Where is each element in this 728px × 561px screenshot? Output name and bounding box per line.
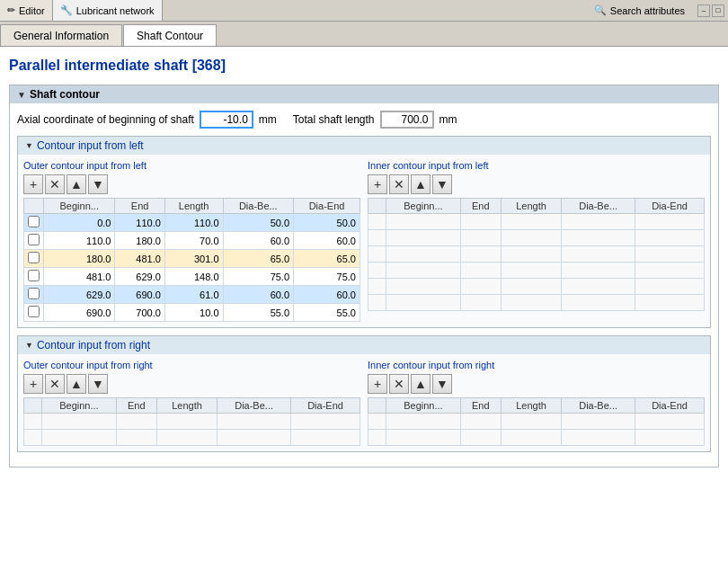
tab-general-information[interactable]: General Information xyxy=(0,24,122,46)
table-row-begin: 0.0 xyxy=(44,214,115,232)
table-row-end: 180.0 xyxy=(115,232,164,250)
outer-right-up-button[interactable]: ▲ xyxy=(67,374,86,394)
row-checkbox[interactable] xyxy=(28,306,40,317)
table-row-length: 148.0 xyxy=(164,268,223,286)
total-label: Total shaft length xyxy=(293,113,375,126)
contour-right-header[interactable]: ▼ Contour input from right xyxy=(18,336,710,354)
inner-left-up-button[interactable]: ▲ xyxy=(411,174,431,194)
shaft-contour-body: Axial coordinate of beginning of shaft m… xyxy=(10,103,718,467)
inner-contour-left-label: Inner contour input from left xyxy=(368,160,705,171)
contour-left-arrow: ▼ xyxy=(25,141,33,150)
table-row-cb[interactable] xyxy=(24,268,44,286)
outer-right-add-button[interactable]: + xyxy=(23,374,43,394)
outer-right-delete-button[interactable]: ✕ xyxy=(45,374,65,394)
row-checkbox[interactable] xyxy=(28,288,40,299)
row-checkbox[interactable] xyxy=(28,216,40,227)
outer-left-toolbar: + ✕ ▲ ▼ xyxy=(23,174,360,194)
outer-contour-right: Outer contour input from right + ✕ ▲ ▼ xyxy=(23,360,360,446)
inner-left-toolbar: + ✕ ▲ ▼ xyxy=(368,174,705,194)
total-unit: mm xyxy=(439,113,457,126)
inner-left-delete-button[interactable]: ✕ xyxy=(389,174,409,194)
contour-left-label: Contour input from left xyxy=(37,139,144,152)
inner-right-delete-button[interactable]: ✕ xyxy=(389,374,409,394)
shaft-contour-header[interactable]: ▼ Shaft contour xyxy=(10,85,718,103)
contour-right-label: Contour input from right xyxy=(37,339,150,352)
outer-left-add-button[interactable]: + xyxy=(23,174,43,194)
inner-right-up-button[interactable]: ▲ xyxy=(411,374,431,394)
table-row-end: 110.0 xyxy=(115,214,164,232)
outer-contour-left: Outer contour input from left + ✕ ▲ ▼ xyxy=(23,160,360,322)
shaft-contour-section: ▼ Shaft contour Axial coordinate of begi… xyxy=(9,85,719,468)
outer-left-up-button[interactable]: ▲ xyxy=(67,174,86,194)
col-cb xyxy=(24,398,42,414)
table-row-end: 700.0 xyxy=(115,304,164,322)
window-controls: – □ xyxy=(694,4,728,17)
table-row-cb[interactable] xyxy=(24,250,44,268)
total-input[interactable] xyxy=(380,111,434,129)
col-dia-end: Dia-End xyxy=(635,398,705,414)
table-row-dia-begin: 60.0 xyxy=(223,232,294,250)
editor-icon: ✏ xyxy=(7,4,15,16)
minimize-button[interactable]: – xyxy=(697,4,710,17)
col-end: End xyxy=(116,398,156,414)
search-label: Search attributes xyxy=(610,5,685,16)
inner-right-add-button[interactable]: + xyxy=(368,374,387,394)
table-row-end: 481.0 xyxy=(115,250,164,268)
table-row-cb[interactable] xyxy=(24,304,44,322)
col-end: End xyxy=(460,398,501,414)
outer-right-toolbar: + ✕ ▲ ▼ xyxy=(23,374,360,394)
table-row-dia-end: 75.0 xyxy=(294,268,360,286)
table-row-dia-begin: 60.0 xyxy=(223,286,294,304)
axial-label: Axial coordinate of beginning of shaft xyxy=(17,113,194,126)
editor-label: Editor xyxy=(19,5,45,16)
col-length: Length xyxy=(156,398,217,414)
table-row-cb[interactable] xyxy=(24,286,44,304)
row-checkbox[interactable] xyxy=(28,234,40,245)
restore-button[interactable]: □ xyxy=(712,4,724,17)
tab-strip: General Information Shaft Contour xyxy=(0,22,728,47)
col-dia-begin: Dia-Be... xyxy=(218,398,291,414)
col-length: Length xyxy=(501,199,561,214)
inner-right-table: Beginn... End Length Dia-Be... Dia-End xyxy=(368,397,705,446)
inner-left-down-button[interactable]: ▼ xyxy=(432,174,452,194)
table-row-end: 690.0 xyxy=(115,286,164,304)
shaft-contour-arrow: ▼ xyxy=(17,90,26,100)
shaft-contour-label: Shaft contour xyxy=(30,88,100,101)
table-row-dia-end: 50.0 xyxy=(294,214,360,232)
table-row-length: 110.0 xyxy=(164,214,223,232)
outer-left-down-button[interactable]: ▼ xyxy=(88,174,108,194)
tab-shaft-contour[interactable]: Shaft Contour xyxy=(123,24,217,46)
outer-left-delete-button[interactable]: ✕ xyxy=(45,174,65,194)
editor-tab[interactable]: ✏ Editor xyxy=(0,0,53,21)
col-end: End xyxy=(115,199,164,214)
table-row-cb[interactable] xyxy=(24,214,44,232)
contour-right-arrow: ▼ xyxy=(25,341,33,350)
outer-right-down-button[interactable]: ▼ xyxy=(88,374,108,394)
inner-contour-right: Inner contour input from right + ✕ ▲ ▼ xyxy=(368,360,705,446)
table-row-dia-end: 55.0 xyxy=(294,304,360,322)
search-bar[interactable]: 🔍 Search attributes xyxy=(585,4,694,16)
table-row-length: 301.0 xyxy=(164,250,223,268)
table-row-dia-begin: 55.0 xyxy=(223,304,294,322)
table-row-cb[interactable] xyxy=(24,232,44,250)
col-dia-end: Dia-End xyxy=(635,199,705,214)
coord-row: Axial coordinate of beginning of shaft m… xyxy=(17,111,711,129)
contour-left-section: ▼ Contour input from left Outer contour … xyxy=(17,136,711,328)
row-checkbox[interactable] xyxy=(28,252,40,263)
network-tab[interactable]: 🔧 Lubricant network xyxy=(53,0,163,21)
inner-left-table: Beginn... End Length Dia-Be... Dia-End xyxy=(368,198,705,311)
network-tab-label: Lubricant network xyxy=(76,5,155,16)
inner-right-down-button[interactable]: ▼ xyxy=(432,374,452,394)
inner-left-add-button[interactable]: + xyxy=(368,174,387,194)
col-dia-begin: Dia-Be... xyxy=(562,398,635,414)
inner-right-toolbar: + ✕ ▲ ▼ xyxy=(368,374,705,394)
row-checkbox[interactable] xyxy=(28,270,40,281)
col-dia-end: Dia-End xyxy=(294,199,360,214)
axial-input[interactable] xyxy=(200,111,253,129)
col-begin: Beginn... xyxy=(44,199,115,214)
contour-left-header[interactable]: ▼ Contour input from left xyxy=(18,137,710,155)
col-dia-begin: Dia-Be... xyxy=(562,199,635,214)
title-bar: ✏ Editor 🔧 Lubricant network 🔍 Search at… xyxy=(0,0,728,22)
table-row-begin: 180.0 xyxy=(44,250,115,268)
table-row-begin: 110.0 xyxy=(44,232,115,250)
